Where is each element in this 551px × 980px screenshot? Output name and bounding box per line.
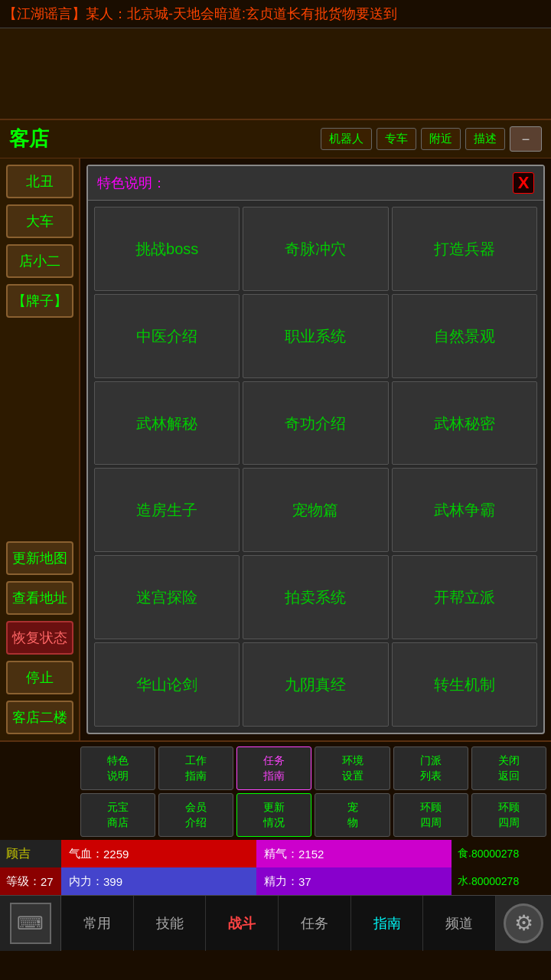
food-label: 食. (458, 847, 471, 861)
food-status: 食. 80000278 (452, 840, 551, 867)
tab-row1-item-4[interactable]: 门派 列表 (393, 746, 468, 790)
guide-nav-button[interactable]: 指南 (351, 896, 424, 951)
common-nav-label: 常用 (83, 914, 111, 933)
feature-grid-item[interactable]: 奇功介绍 (243, 381, 388, 466)
big-cart-button[interactable]: 大车 (6, 204, 73, 238)
feature-grid-item[interactable]: 武林解秘 (94, 381, 240, 466)
bottom-nav: ⌨ 常用 技能 战斗 任务 指南 频道 ⚙ (0, 895, 551, 950)
water-status: 水. 80000278 (452, 867, 551, 895)
describe-button[interactable]: 描述 (465, 128, 505, 150)
feature-grid-item[interactable]: 奇脉冲穴 (243, 207, 388, 291)
car-button[interactable]: 专车 (377, 128, 416, 150)
feature-grid-item[interactable]: 武林争霸 (392, 468, 537, 552)
tab-row2-item-5[interactable]: 环顾 四周 (471, 793, 546, 837)
robot-button[interactable]: 机器人 (321, 128, 372, 150)
tabs-row-1: 特色 说明工作 指南任务 指南环境 设置门派 列表关闭 返回 (80, 746, 546, 790)
food-value: 80000278 (471, 848, 519, 860)
mp-label: 精气： (264, 847, 298, 861)
tabs-row-2: 元宝 商店会员 介绍更新 情况宠 物环顾 四周环顾 四周 (80, 793, 546, 837)
stamina-bar: 精力： 37 (256, 867, 452, 895)
guide-nav-label: 指南 (373, 914, 401, 933)
tab-row2-item-4[interactable]: 环顾 四周 (393, 793, 468, 837)
feature-grid-item[interactable]: 中医介绍 (94, 294, 240, 378)
dialog-title: 特色说明： (97, 174, 513, 192)
north-ugly-button[interactable]: 北丑 (6, 165, 73, 198)
inn-second-floor-button[interactable]: 客店二楼 (6, 701, 73, 734)
marquee-text: 【江湖谣言】某人：北京城-天地会暗道:玄贞道长有批货物要送到 (3, 5, 397, 23)
combat-nav-button[interactable]: 战斗 (206, 896, 279, 951)
view-address-button[interactable]: 查看地址 (6, 581, 73, 615)
task-nav-label: 任务 (301, 914, 328, 933)
feature-grid-item[interactable]: 华山论剑 (94, 642, 240, 727)
feature-dialog: 特色说明： X 挑战boss奇脉冲穴打造兵器中医介绍职业系统自然景观武林解秘奇功… (86, 165, 545, 734)
level-value: 27 (41, 875, 54, 888)
neili-bar: 内力： 399 (61, 867, 256, 895)
stop-button[interactable]: 停止 (6, 661, 73, 694)
restore-status-button[interactable]: 恢复状态 (6, 621, 73, 655)
hp-value: 2259 (103, 848, 129, 861)
feature-grid-item[interactable]: 武林秘密 (392, 381, 537, 466)
tab-row1-item-5[interactable]: 关闭 返回 (471, 746, 546, 790)
tab-row2-item-2[interactable]: 更新 情况 (236, 793, 311, 837)
nearby-button[interactable]: 附近 (421, 128, 461, 150)
input-icon-box[interactable]: ⌨ (0, 896, 61, 951)
tab-row2-item-0[interactable]: 元宝 商店 (80, 793, 155, 837)
tab-row2-item-3[interactable]: 宠 物 (315, 793, 390, 837)
input-icon: ⌨ (10, 903, 51, 944)
tab-row1-item-1[interactable]: 工作 指南 (158, 746, 233, 790)
map-area (0, 28, 551, 120)
feature-grid-item[interactable]: 转生机制 (392, 642, 537, 727)
hp-bar: 气血： 2259 (61, 840, 256, 867)
close-icon[interactable]: X (513, 172, 534, 194)
neili-label: 内力： (69, 874, 103, 889)
minimize-button[interactable]: － (510, 126, 542, 152)
feature-grid-item[interactable]: 开帮立派 (392, 555, 537, 639)
waiter-button[interactable]: 店小二 (6, 244, 73, 278)
hp-label: 气血： (69, 847, 103, 861)
channel-nav-label: 频道 (445, 914, 473, 933)
feature-grid-item[interactable]: 职业系统 (243, 294, 388, 378)
skills-nav-label: 技能 (156, 914, 184, 933)
tab-row1-item-2[interactable]: 任务 指南 (236, 746, 311, 790)
update-map-button[interactable]: 更新地图 (6, 541, 73, 575)
feature-grid: 挑战boss奇脉冲穴打造兵器中医介绍职业系统自然景观武林解秘奇功介绍武林秘密造房… (88, 201, 543, 733)
marquee-bar: 【江湖谣言】某人：北京城-天地会暗道:玄贞道长有批货物要送到 (0, 0, 551, 28)
inn-header: 客店 机器人 专车 附近 描述 － (0, 120, 551, 158)
settings-button[interactable]: ⚙ (496, 896, 551, 951)
tab-row1-item-3[interactable]: 环境 设置 (315, 746, 390, 790)
feature-grid-item[interactable]: 宠物篇 (243, 468, 388, 552)
tab-row1-item-0[interactable]: 特色 说明 (80, 746, 155, 790)
gear-icon: ⚙ (504, 903, 543, 943)
dialog-header: 特色说明： X (88, 166, 543, 201)
task-nav-button[interactable]: 任务 (279, 896, 351, 951)
feature-grid-item[interactable]: 九阴真经 (243, 642, 388, 727)
status-row1: 顾吉 气血： 2259 精气： 2152 食. 80000278 (0, 840, 551, 867)
neili-value: 399 (103, 875, 122, 888)
feature-grid-item[interactable]: 打造兵器 (392, 207, 537, 291)
tab-row2-item-1[interactable]: 会员 介绍 (158, 793, 233, 837)
feature-grid-item[interactable]: 迷宫探险 (94, 555, 240, 639)
status-row2: 等级： 27 内力： 399 精力： 37 水. 80000278 (0, 867, 551, 895)
bottom-tabs: 特色 说明工作 指南任务 指南环境 设置门派 列表关闭 返回 元宝 商店会员 介… (0, 740, 551, 840)
inn-title: 客店 (9, 126, 316, 152)
mp-value: 2152 (298, 848, 324, 861)
dialog-area: 特色说明： X 挑战boss奇脉冲穴打造兵器中医介绍职业系统自然景观武林解秘奇功… (80, 158, 551, 740)
mp-bar: 精气： 2152 (256, 840, 452, 867)
stamina-label: 精力： (264, 874, 298, 889)
sign-button[interactable]: 【牌子】 (6, 284, 73, 318)
channel-nav-button[interactable]: 频道 (423, 896, 496, 951)
feature-grid-item[interactable]: 造房生子 (94, 468, 240, 552)
feature-grid-item[interactable]: 自然景观 (392, 294, 537, 378)
common-nav-button[interactable]: 常用 (61, 896, 134, 951)
character-name: 顾吉 (0, 840, 61, 867)
level-label: 等级： (6, 874, 41, 889)
stamina-value: 37 (298, 875, 311, 888)
main-content: 北丑 大车 店小二 【牌子】 更新地图 查看地址 恢复状态 停止 客店二楼 特色… (0, 158, 551, 740)
feature-grid-item[interactable]: 挑战boss (94, 207, 240, 291)
combat-nav-label: 战斗 (228, 914, 256, 933)
skills-nav-button[interactable]: 技能 (134, 896, 207, 951)
feature-grid-item[interactable]: 拍卖系统 (243, 555, 388, 639)
water-value: 80000278 (471, 875, 519, 887)
water-label: 水. (458, 874, 471, 888)
level-status: 等级： 27 (0, 867, 61, 895)
